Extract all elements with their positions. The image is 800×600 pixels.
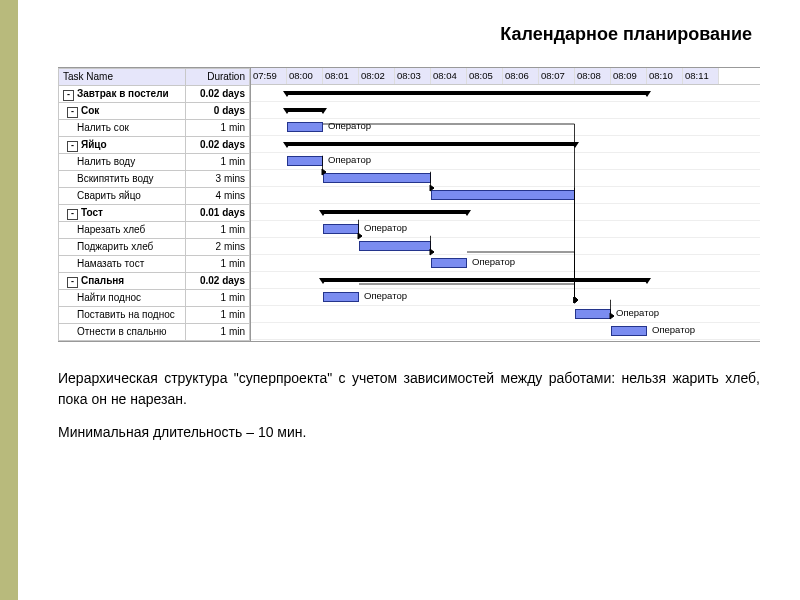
table-row: -Тост0.01 days xyxy=(59,205,250,222)
collapse-icon[interactable]: - xyxy=(67,209,78,220)
time-tick: 08:08 xyxy=(575,68,611,84)
resource-label: Оператор xyxy=(364,222,407,233)
collapse-icon[interactable]: - xyxy=(67,277,78,288)
col-duration: Duration xyxy=(186,69,250,86)
table-row: Налить воду1 min xyxy=(59,154,250,171)
summary-bar xyxy=(287,142,575,146)
col-task-name: Task Name xyxy=(59,69,186,86)
task-bar[interactable] xyxy=(611,326,647,336)
time-tick: 08:01 xyxy=(323,68,359,84)
description: Иерархическая структура "суперпроекта" с… xyxy=(58,368,760,410)
time-tick: 08:07 xyxy=(539,68,575,84)
time-tick: 08:10 xyxy=(647,68,683,84)
time-tick: 08:00 xyxy=(287,68,323,84)
summary-bar xyxy=(287,91,647,95)
gantt-row: Оператор xyxy=(251,119,760,136)
task-bar[interactable] xyxy=(575,309,611,319)
task-bar[interactable] xyxy=(287,156,323,166)
gantt-row xyxy=(251,136,760,153)
table-row: Нарезать хлеб1 min xyxy=(59,222,250,239)
task-bar[interactable] xyxy=(323,173,431,183)
collapse-icon[interactable]: - xyxy=(63,90,74,101)
task-bar[interactable] xyxy=(431,258,467,268)
table-row: Поставить на поднос1 min xyxy=(59,307,250,324)
task-bar[interactable] xyxy=(431,190,575,200)
summary-bar xyxy=(323,210,467,214)
table-row: -Спальня0.02 days xyxy=(59,273,250,290)
table-row: -Яйцо0.02 days xyxy=(59,137,250,154)
gantt-timeline: 07:5908:0008:0108:0208:0308:0408:0508:06… xyxy=(251,68,760,341)
collapse-icon[interactable]: - xyxy=(67,107,78,118)
collapse-icon[interactable]: - xyxy=(67,141,78,152)
task-bar[interactable] xyxy=(359,241,431,251)
time-tick: 08:02 xyxy=(359,68,395,84)
table-row: Налить сок1 min xyxy=(59,120,250,137)
time-tick: 08:06 xyxy=(503,68,539,84)
resource-label: Оператор xyxy=(328,120,371,131)
gantt-row xyxy=(251,187,760,204)
table-row: Найти поднос1 min xyxy=(59,290,250,307)
resource-label: Оператор xyxy=(472,256,515,267)
min-length: Минимальная длительность – 10 мин. xyxy=(58,424,760,440)
gantt-row xyxy=(251,272,760,289)
gantt-row xyxy=(251,238,760,255)
time-tick: 08:04 xyxy=(431,68,467,84)
task-table: Task Name Duration -Завтрак в постели0.0… xyxy=(58,68,251,341)
gantt-row xyxy=(251,204,760,221)
resource-label: Оператор xyxy=(616,307,659,318)
time-tick: 08:05 xyxy=(467,68,503,84)
resource-label: Оператор xyxy=(364,290,407,301)
task-bar[interactable] xyxy=(287,122,323,132)
table-row: Намазать тост1 min xyxy=(59,256,250,273)
resource-label: Оператор xyxy=(328,154,371,165)
table-row: Отнести в спальню1 min xyxy=(59,324,250,341)
gantt-row: Оператор xyxy=(251,221,760,238)
gantt-row xyxy=(251,85,760,102)
gantt-row xyxy=(251,102,760,119)
table-row: Сварить яйцо4 mins xyxy=(59,188,250,205)
summary-bar xyxy=(287,108,323,112)
gantt-row: Оператор xyxy=(251,255,760,272)
gantt-row: Оператор xyxy=(251,306,760,323)
task-bar[interactable] xyxy=(323,224,359,234)
table-row: Поджарить хлеб2 mins xyxy=(59,239,250,256)
summary-bar xyxy=(323,278,647,282)
gantt-row: Оператор xyxy=(251,323,760,340)
time-tick: 08:03 xyxy=(395,68,431,84)
gantt-row xyxy=(251,170,760,187)
slide-title: Календарное планирование xyxy=(58,24,760,45)
table-row: -Сок0 days xyxy=(59,103,250,120)
gantt-chart: Task Name Duration -Завтрак в постели0.0… xyxy=(58,67,760,342)
table-row: -Завтрак в постели0.02 days xyxy=(59,86,250,103)
time-tick: 08:09 xyxy=(611,68,647,84)
gantt-row: Оператор xyxy=(251,153,760,170)
resource-label: Оператор xyxy=(652,324,695,335)
time-tick: 07:59 xyxy=(251,68,287,84)
task-bar[interactable] xyxy=(323,292,359,302)
gantt-row: Оператор xyxy=(251,289,760,306)
time-tick: 08:11 xyxy=(683,68,719,84)
table-row: Вскипятить воду3 mins xyxy=(59,171,250,188)
time-header: 07:5908:0008:0108:0208:0308:0408:0508:06… xyxy=(251,68,760,85)
